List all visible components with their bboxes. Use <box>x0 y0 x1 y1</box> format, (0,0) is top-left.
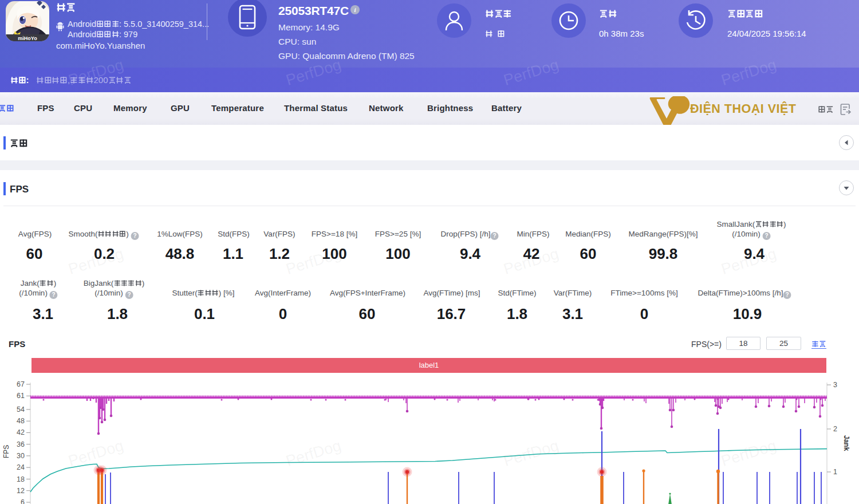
svg-text:24: 24 <box>17 463 25 471</box>
svg-text:Jank: Jank <box>842 435 850 451</box>
svg-text:30: 30 <box>17 452 25 460</box>
svg-text:54: 54 <box>17 405 25 414</box>
svg-text:48: 48 <box>17 417 25 425</box>
svg-text:36: 36 <box>17 440 25 448</box>
svg-text:FPS: FPS <box>2 445 10 458</box>
svg-text:67: 67 <box>17 380 25 388</box>
svg-text:18: 18 <box>17 475 25 483</box>
svg-text:6: 6 <box>21 498 25 504</box>
svg-text:12: 12 <box>17 487 25 495</box>
svg-text:miHoYo: miHoYo <box>18 36 37 41</box>
svg-text:1: 1 <box>833 468 837 476</box>
svg-text:3: 3 <box>833 381 837 389</box>
svg-text:61: 61 <box>17 392 25 400</box>
svg-text:42: 42 <box>17 428 25 436</box>
svg-text:2: 2 <box>833 425 837 433</box>
